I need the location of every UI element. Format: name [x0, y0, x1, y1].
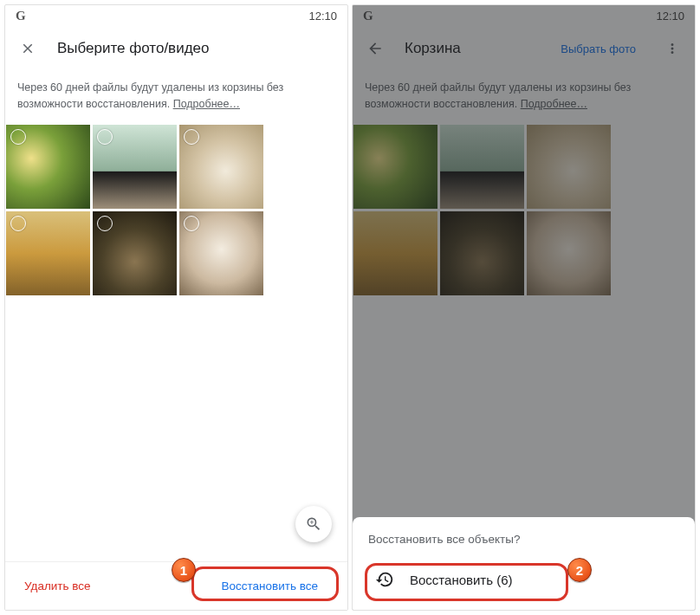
select-circle-icon[interactable]: [10, 129, 26, 145]
photo-thumb[interactable]: [93, 211, 177, 295]
app-bar: Выберите фото/видео: [5, 26, 347, 71]
restore-all-button[interactable]: Восстановить все: [211, 573, 328, 599]
photo-thumb[interactable]: [6, 125, 90, 209]
photo-grid: [5, 125, 347, 295]
screen-trash-sheet: G 12:10 Корзина Выбрать фото Через 60 дн…: [352, 4, 696, 611]
carrier-logo: G: [16, 9, 26, 23]
select-circle-icon[interactable]: [184, 216, 199, 231]
status-bar: G 12:10: [5, 5, 347, 26]
restore-icon: [375, 570, 394, 589]
screen-select-mode: G 12:10 Выберите фото/видео Через 60 дне…: [4, 4, 348, 611]
page-title: Выберите фото/видео: [57, 40, 335, 57]
restore-action-button[interactable]: Восстановить (6): [368, 561, 679, 598]
zoom-fab[interactable]: [295, 506, 332, 542]
trash-notice: Через 60 дней файлы будут удалены из кор…: [5, 71, 347, 125]
restore-action-label: Восстановить (6): [410, 573, 513, 587]
sheet-question: Восстановить все объекты?: [368, 533, 679, 546]
photo-thumb[interactable]: [179, 125, 263, 209]
photo-thumb[interactable]: [179, 211, 263, 295]
status-clock: 12:10: [308, 10, 337, 23]
photo-thumb[interactable]: [93, 125, 177, 209]
photo-thumb[interactable]: [6, 211, 90, 295]
select-circle-icon[interactable]: [184, 129, 199, 145]
learn-more-link[interactable]: Подробнее…: [173, 98, 240, 110]
zoom-in-icon: [305, 515, 322, 533]
delete-all-button[interactable]: Удалить все: [24, 579, 91, 592]
select-circle-icon[interactable]: [97, 129, 113, 145]
close-icon[interactable]: [17, 38, 38, 59]
select-circle-icon[interactable]: [10, 216, 26, 231]
notice-text: Через 60 дней файлы будут удалены из кор…: [17, 81, 283, 110]
restore-bottom-sheet: Восстановить все объекты? Восстановить (…: [353, 517, 695, 610]
select-circle-icon[interactable]: [97, 216, 113, 231]
bottom-action-bar: Удалить все Восстановить все: [5, 561, 347, 610]
